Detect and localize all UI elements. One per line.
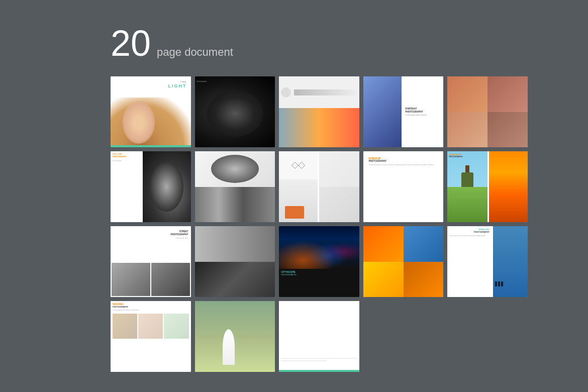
- thumb-11-street-text[interactable]: STREETPHOTOGRAPHY Lorem ipsum dolor: [111, 226, 191, 297]
- thumb11-sub: Lorem ipsum dolor: [170, 237, 188, 239]
- thumb17-body: Lorem ipsum dolor sit amet consectetur: [113, 309, 189, 312]
- thumb-10-landscapes[interactable]: LANDSCAPES PHOTOGRAPHY: [447, 151, 528, 222]
- thumb4-portrait-title: PORTRAITPHOTOGRAPHY: [406, 108, 442, 114]
- thumb6-caption: Lorem ipsum: [113, 160, 142, 162]
- thumb2-caption: photography: [197, 80, 207, 83]
- thumb-1-light-cover[interactable]: THE LIGHT: [111, 76, 191, 147]
- page-label: page document: [157, 46, 233, 59]
- thumb-12-street-bw[interactable]: [195, 226, 275, 297]
- header: 20 page document: [111, 25, 528, 61]
- thumb10-photography-sub: PHOTOGRAPHY: [449, 156, 462, 158]
- diamond-1: [291, 162, 299, 169]
- thumb5-cell4: [487, 112, 528, 148]
- thumb-2-camera[interactable]: photography: [195, 76, 275, 147]
- thumb-14-cityscape-grid[interactable]: [363, 226, 444, 297]
- thumb-17-wedding[interactable]: WEDDING PHOTOGRAPHY Lorem ipsum dolor si…: [111, 301, 191, 372]
- thumb-7-guitar[interactable]: [195, 151, 275, 222]
- thumb17-photography-sub: PHOTOGRAPHY: [113, 306, 189, 308]
- thumb4-portrait-sub: Lorem ipsum dolor sit amet: [406, 114, 442, 116]
- thumb13-cityscape-sub: PHOTOGRAPHY: [281, 273, 357, 276]
- thumb5-cell2: [487, 76, 528, 112]
- page-number: 20: [111, 25, 151, 61]
- diamond-2: [298, 162, 305, 169]
- thumb5-cell3: [447, 112, 487, 148]
- thumb-4-portrait[interactable]: PORTRAITPHOTOGRAPHY Lorem ipsum dolor si…: [363, 76, 444, 147]
- thumb1-light-text: LIGHT: [168, 83, 187, 88]
- thumb6-still-life-title: STILL LIFEPHOTOGRAPHY: [113, 153, 142, 158]
- thumb-18-wedding-outdoor[interactable]: [195, 301, 275, 372]
- thumb-8-interior-room[interactable]: [279, 151, 359, 222]
- thumb5-cell1: [447, 76, 487, 112]
- main-container: 20 page document THE LIGHT photography: [0, 0, 588, 392]
- thumbnail-grid: THE LIGHT photography: [111, 76, 528, 372]
- thumb9-interior-sub: PHOTOGRAPHY: [369, 160, 438, 162]
- thumb9-body-text: Lorem ipsum dolor sit amet consectetur a…: [369, 164, 438, 166]
- thumb-15-traveling[interactable]: TRAVELING PHOTOGRAPHY Lorem ipsum dolor …: [447, 226, 528, 297]
- thumb-19-blank[interactable]: [279, 301, 359, 372]
- thumb-13-cityscape[interactable]: CITYSCAPE PHOTOGRAPHY: [279, 226, 359, 297]
- thumb15-photography-sub: PHOTOGRAPHY: [449, 231, 489, 233]
- thumb15-body: Lorem ipsum dolor sit amet consectetur a…: [449, 235, 489, 237]
- thumb-6-still-life[interactable]: STILL LIFEPHOTOGRAPHY Lorem ipsum: [111, 151, 191, 222]
- thumb-5-portrait-grid[interactable]: [447, 76, 528, 147]
- thumb11-street-title: STREETPHOTOGRAPHY: [170, 230, 188, 236]
- thumb-3-studio[interactable]: [279, 76, 359, 147]
- thumb-9-interior-text[interactable]: INTERIOR PHOTOGRAPHY Lorem ipsum dolor s…: [363, 151, 444, 222]
